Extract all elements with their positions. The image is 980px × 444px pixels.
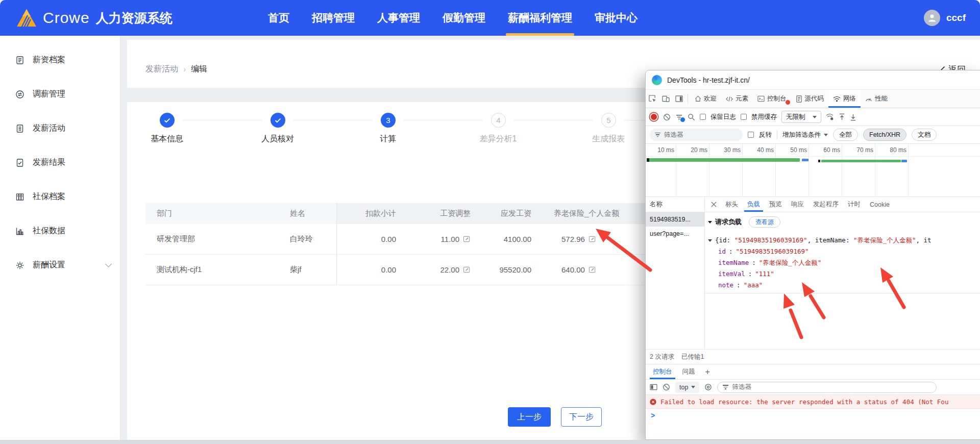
detail-tab-headers[interactable]: 标头 [721,197,742,212]
timeline-request-bar [649,158,800,162]
payload-section-title[interactable]: 请求负载 [708,217,742,227]
clear-console-icon[interactable] [663,383,670,391]
filter-pill-all[interactable]: 全部 [833,129,858,141]
invert-checkbox[interactable] [748,132,754,138]
close-icon[interactable] [707,197,720,212]
edit-icon[interactable] [589,235,596,243]
nav-item-personnel[interactable]: 人事管理 [377,0,420,36]
detail-tab-timing[interactable]: 计时 [844,197,865,212]
step-number: 4 [496,116,500,125]
edit-icon[interactable] [589,266,596,274]
detail-tab-initiator[interactable]: 发起程序 [809,197,843,212]
import-har-icon[interactable] [839,113,845,121]
edit-icon[interactable] [463,235,471,243]
breadcrumb-current: 编辑 [191,64,207,75]
request-item[interactable]: 5194983519... [646,212,704,227]
filter-pill-fetch-xhr[interactable]: Fetch/XHR [863,129,906,141]
throttling-select[interactable]: 无限制 [781,111,821,123]
disable-cache-checkbox[interactable] [741,114,747,120]
detail-tab-cookie[interactable]: Cookie [866,197,894,212]
json-value: "51949835196039169" [736,246,809,257]
step-4-diff-analysis[interactable]: 4 [491,113,506,128]
devtools-panel-tabbar: 欢迎 元素 控制台 源代码 网络 [646,90,980,108]
next-step-button[interactable]: 下一步 [561,407,602,427]
breadcrumb-root[interactable]: 发薪活动 [145,64,178,75]
nav-item-approval[interactable]: 审批中心 [595,0,638,36]
console-tab-issues[interactable]: 问题 [678,364,699,379]
network-conditions-icon[interactable] [826,113,834,120]
step-label: 生成报表 [575,134,642,144]
console-tabs: 控制台 问题 + [646,364,980,380]
nav-item-home[interactable]: 首页 [268,0,289,36]
filter-toggle-icon[interactable] [675,114,683,120]
clear-icon[interactable] [663,113,671,121]
nav-item-recruit[interactable]: 招聘管理 [312,0,355,36]
filter-placeholder: 筛选器 [732,383,751,391]
more-filters-dropdown[interactable]: 增加筛选条件 [782,131,828,139]
nav-item-payroll-benefits[interactable]: 薪酬福利管理 [508,0,572,36]
edge-logo-icon [652,75,662,85]
console-tab-console[interactable]: 控制台 [649,364,676,379]
devtools-tab-welcome[interactable]: 欢迎 [690,90,721,108]
sidebar-item-social-data[interactable]: 社保数据 [0,214,120,248]
inspect-icon[interactable] [646,90,659,108]
detail-tab-response[interactable]: 响应 [787,197,808,212]
devtools-tab-network[interactable]: 网络 [828,90,861,108]
tab-label: 元素 [736,94,748,103]
record-button[interactable] [651,114,657,120]
detail-tab-preview[interactable]: 预览 [765,197,786,212]
step-1-basic-info[interactable] [160,113,175,128]
cell-adjust-value: 22.00 [440,265,459,274]
add-drawer-tab-icon[interactable]: + [701,364,714,379]
console-context-select[interactable]: top [675,382,699,393]
sidebar-item-salary-adjust[interactable]: 调薪管理 [0,77,120,111]
json-prop-row: id:"51949835196039169" [708,246,979,257]
devtools-tab-elements[interactable]: 元素 [721,90,753,108]
search-icon[interactable] [688,113,695,121]
devtools-tab-performance[interactable]: 性能 [861,90,892,108]
network-filter-input[interactable]: 筛选器 [650,129,743,141]
dropdown-arrow-icon [813,116,817,118]
export-har-icon[interactable] [850,113,856,121]
step-5-report[interactable]: 5 [601,113,616,128]
request-item[interactable]: user?page=... [646,227,704,241]
live-expression-icon[interactable] [704,383,712,391]
sidebar-item-salary-settings[interactable]: 薪酬设置 [0,248,120,282]
step-2-person-check[interactable] [271,113,285,128]
console-sidebar-icon[interactable] [650,384,657,390]
sidebar-item-label: 薪酬设置 [33,260,98,270]
cell-payable: 4100.00 [475,224,538,255]
cell-dept: 测试机构-cjf1 [145,255,286,285]
cell-adjust-value: 11.00 [441,235,459,243]
cell-pension-value: 572.96 [561,235,585,243]
console-filter-input[interactable]: 筛选器 [717,382,937,393]
edit-icon[interactable] [463,266,471,274]
filter-pill-doc[interactable]: 文档 [912,129,937,141]
preserve-log-checkbox[interactable] [700,114,706,120]
dock-side-icon[interactable] [672,90,685,108]
json-key: id [718,246,726,257]
user-box[interactable]: cccf [924,0,966,36]
table-header-row: 部门 姓名 扣款小计 工资调整 应发工资 养老保险_个人金额 [145,203,681,224]
sidebar-item-social-archive[interactable]: 社保档案 [0,180,120,214]
devtools-tab-sources[interactable]: 源代码 [791,90,829,108]
expander-icon [708,221,712,224]
console-toolbar: top 筛选器 [646,380,980,395]
json-preview-row[interactable]: {id: "51949835196039169", itemName: "养老保… [708,235,979,246]
nav-item-attendance[interactable]: 假勤管理 [443,0,485,36]
sidebar-item-salary-archive[interactable]: 薪资档案 [0,43,120,77]
view-source-button[interactable]: 查看源 [749,216,780,228]
sidebar-item-payroll-result[interactable]: 发薪结果 [0,145,120,180]
step-3-calculate[interactable]: 3 [381,113,396,128]
devtools-tab-console[interactable]: 控制台 [753,90,791,108]
bottom-edge [0,440,980,444]
json-prop-row: itemName:"养老保险_个人金额" [708,257,979,268]
devtools-titlebar[interactable]: DevTools - hr-test.zjf-it.cn/ [646,70,980,90]
detail-tab-payload[interactable]: 负载 [743,197,764,212]
prev-step-button[interactable]: 上一步 [508,407,551,427]
sidebar-item-payroll-activity[interactable]: 发薪活动 [0,111,120,145]
step-label: 基本信息 [134,134,200,144]
console-prompt[interactable]: > [646,409,980,422]
col-header-name: 姓名 [286,203,337,224]
device-toolbar-icon[interactable] [659,90,672,108]
